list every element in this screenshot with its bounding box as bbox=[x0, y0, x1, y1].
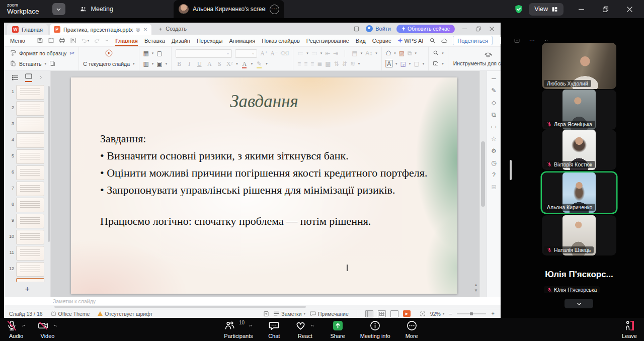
undo-icon[interactable] bbox=[81, 37, 88, 44]
slide-thumbnail[interactable] bbox=[16, 214, 44, 228]
favorites-icon[interactable]: ☆ bbox=[491, 136, 497, 142]
highlight-dropdown-icon[interactable]: ▾ bbox=[266, 62, 268, 66]
justify-icon[interactable]: ≣ bbox=[317, 61, 322, 67]
font-style-button[interactable]: B bbox=[176, 60, 183, 68]
toolbar-button-audio[interactable]: Audio bbox=[6, 320, 26, 339]
from-current-slide-label[interactable]: С текущего слайда bbox=[83, 61, 130, 67]
slide-design-icon[interactable]: ▥ bbox=[143, 61, 149, 67]
font-style-button[interactable]: X² bbox=[226, 60, 233, 68]
horizontal-scrollbar[interactable] bbox=[4, 305, 501, 309]
toolbar-button-participants[interactable]: 10Participants bbox=[224, 320, 253, 339]
menu-item[interactable]: Переходы bbox=[197, 38, 223, 44]
output-icon[interactable] bbox=[48, 37, 54, 44]
toolbar-button-share[interactable]: Share bbox=[330, 320, 345, 339]
apps-icon[interactable]: ⊞ bbox=[491, 184, 496, 190]
menu-item[interactable]: Сервис bbox=[372, 38, 391, 44]
vertical-scrollbar[interactable] bbox=[479, 71, 487, 297]
font-style-button[interactable]: U bbox=[196, 60, 203, 68]
align-right-icon[interactable]: ≡ bbox=[310, 61, 314, 67]
align-left-icon[interactable]: ≡ bbox=[297, 61, 301, 67]
toolbar-button-chat[interactable]: Chat bbox=[268, 320, 280, 339]
decrease-indent-icon[interactable]: ⇤ bbox=[325, 50, 330, 56]
copy-icon[interactable] bbox=[49, 60, 55, 67]
new-slide-dropdown-icon[interactable]: ▾ bbox=[152, 51, 154, 55]
thumbnails-scrollbar[interactable] bbox=[48, 86, 50, 242]
chevron-up-icon[interactable] bbox=[310, 323, 315, 328]
print-preview-icon[interactable] bbox=[70, 37, 76, 44]
menu-item[interactable]: Вставка bbox=[144, 38, 165, 44]
toolbar-button-meeting-info[interactable]: Meeting info bbox=[360, 320, 390, 339]
decrease-font-icon[interactable]: A⁻ bbox=[270, 50, 277, 57]
help-icon[interactable]: ? bbox=[492, 172, 496, 178]
zoom-slider-knob[interactable] bbox=[470, 312, 473, 315]
toolbar-button-more[interactable]: More bbox=[406, 320, 418, 339]
menu-item[interactable]: WPS AI bbox=[397, 38, 423, 44]
slide-thumbnail[interactable] bbox=[16, 246, 44, 261]
tab-options-icon[interactable]: ··· bbox=[270, 5, 279, 14]
slide-thumbnail[interactable] bbox=[16, 278, 44, 282]
participant-tile[interactable]: Альона Кириченко bbox=[542, 173, 616, 213]
font-size-select[interactable]: ⌄ bbox=[235, 49, 257, 58]
zoom-level[interactable]: 92%▾ bbox=[430, 311, 445, 317]
tab-preview-icon[interactable]: ◎ bbox=[136, 27, 140, 32]
restore-button[interactable] bbox=[599, 3, 612, 16]
toolbar-button-react[interactable]: React bbox=[295, 320, 315, 339]
paragraph-settings-icon[interactable]: ≋ bbox=[350, 61, 355, 67]
outline-view-icon[interactable] bbox=[12, 75, 19, 80]
participant-tile[interactable]: Лєра Ясеніцька bbox=[542, 90, 616, 130]
superscript-dropdown-icon[interactable]: ▾ bbox=[236, 62, 238, 66]
next-slide-icon[interactable]: ▼ bbox=[474, 289, 478, 293]
scrollbar-thumb[interactable] bbox=[54, 306, 306, 308]
paragraph-spacing-icon[interactable]: ⇵ bbox=[342, 61, 347, 67]
design-tools-icon[interactable]: ✎ bbox=[491, 88, 496, 94]
close-button[interactable] bbox=[623, 3, 636, 16]
menu-item[interactable]: Вид bbox=[356, 38, 366, 44]
participants-scrollbar[interactable] bbox=[510, 160, 512, 180]
slide-notes-bar[interactable]: Заметки к слайду bbox=[4, 297, 501, 305]
menu-label[interactable]: Меню bbox=[10, 38, 25, 44]
history-icon[interactable]: ◷ bbox=[491, 160, 496, 166]
collapse-participants-button[interactable] bbox=[565, 299, 593, 308]
chevron-up-icon[interactable] bbox=[53, 323, 58, 328]
picture-icon[interactable]: ▨ bbox=[399, 50, 405, 56]
font-color-button[interactable]: A bbox=[241, 60, 248, 68]
settings-icon[interactable]: ⚙ bbox=[491, 148, 497, 154]
student-tools-button[interactable]: Инструменты для студентов bbox=[448, 47, 501, 70]
cut-icon[interactable]: ✂ bbox=[69, 50, 74, 56]
wps-close-button[interactable] bbox=[488, 26, 496, 32]
toolbar-button-leave[interactable]: Leave bbox=[622, 320, 637, 339]
previous-slide-icon[interactable]: ▲ bbox=[474, 283, 478, 287]
font-style-button[interactable]: A bbox=[206, 60, 213, 68]
save-icon[interactable] bbox=[37, 37, 43, 44]
normal-view-icon[interactable] bbox=[365, 310, 373, 317]
clear-format-icon[interactable]: ⌫ bbox=[280, 50, 289, 56]
paste-icon[interactable] bbox=[10, 60, 16, 67]
menu-item[interactable]: Главная bbox=[115, 38, 138, 44]
redo-icon[interactable] bbox=[94, 37, 100, 44]
update-now-button[interactable]: Обновить сейчас bbox=[396, 25, 455, 33]
minimize-button[interactable] bbox=[575, 3, 588, 16]
menu-item[interactable]: Дизайн bbox=[172, 38, 190, 44]
menu-item[interactable]: Рецензирование bbox=[306, 38, 349, 44]
theme-indicator[interactable]: Office Theme bbox=[51, 311, 90, 317]
zoom-slider[interactable] bbox=[457, 313, 486, 314]
slide-section-icon[interactable]: ▣ bbox=[156, 61, 162, 67]
slide-thumbnail[interactable] bbox=[16, 198, 44, 212]
collapse-icon[interactable]: ─ bbox=[492, 75, 496, 81]
scrollbar-thumb[interactable] bbox=[481, 141, 485, 207]
tab-meeting[interactable]: Meeting bbox=[79, 6, 113, 13]
increase-font-icon[interactable]: A⁺ bbox=[260, 50, 267, 57]
font-style-button[interactable]: I bbox=[186, 60, 193, 68]
text-direction-icon[interactable]: A↕ bbox=[365, 50, 372, 56]
fill-color-icon[interactable]: ◲ bbox=[400, 61, 406, 67]
slide-body-text[interactable]: Завдання:• Визначити основні ризики, з я… bbox=[100, 131, 435, 230]
tab-close-icon[interactable]: ✕ bbox=[143, 27, 147, 32]
slideshow-dropdown-icon[interactable]: ▾ bbox=[133, 62, 135, 66]
increase-indent-icon[interactable]: ⇥ bbox=[333, 50, 338, 56]
slide-thumbnail[interactable] bbox=[16, 133, 44, 148]
slideshow-button[interactable]: ▶ bbox=[403, 310, 411, 317]
slide-title[interactable]: Завдання bbox=[71, 92, 457, 112]
chevron-up-icon[interactable] bbox=[248, 323, 253, 328]
participant-tile[interactable]: Вікторія Костюк bbox=[542, 130, 616, 170]
design-dropdown-icon[interactable]: ▾ bbox=[152, 62, 154, 66]
